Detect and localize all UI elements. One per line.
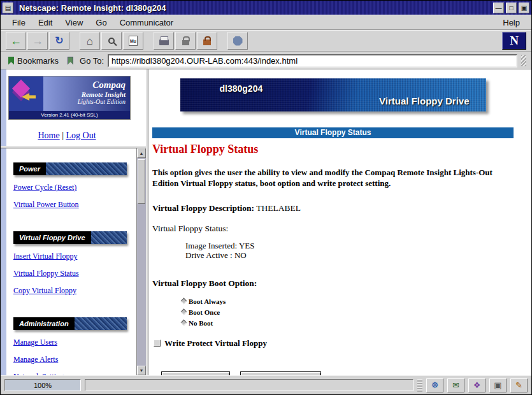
mynetscape-button[interactable] bbox=[123, 32, 143, 50]
menubar: File Edit View Go Communicator Help bbox=[1, 15, 531, 30]
submit-changes-button[interactable]: Submit Changes bbox=[161, 371, 230, 375]
reload-button[interactable]: ↻ bbox=[49, 32, 69, 50]
mailbox-icon: ✉ bbox=[452, 380, 459, 390]
nav-section-virtual-floppy: Virtual Floppy Drive Insert Virtual Flop… bbox=[13, 231, 133, 296]
nav-link-copy-virtual-floppy[interactable]: Copy Virtual Floppy bbox=[13, 286, 76, 295]
navigation-toolbar: ← → ↻ ⌂ N bbox=[1, 30, 531, 52]
composer-component-button[interactable]: ✎ bbox=[510, 378, 528, 392]
shop-button[interactable] bbox=[197, 32, 217, 50]
menu-communicator[interactable]: Communicator bbox=[113, 16, 180, 29]
menu-edit[interactable]: Edit bbox=[32, 16, 59, 29]
radio-boot-once[interactable] bbox=[181, 309, 187, 315]
mailbox-component-button[interactable]: ✉ bbox=[447, 378, 464, 392]
netscape-window: ▤ Netscape: Remote Insight: dl380g204 — … bbox=[0, 0, 532, 395]
shop-icon bbox=[203, 40, 211, 45]
menu-file[interactable]: File bbox=[6, 16, 32, 29]
url-input[interactable] bbox=[108, 54, 517, 68]
navigator-icon: ☸ bbox=[431, 380, 439, 390]
print-button[interactable] bbox=[154, 32, 174, 50]
reload-icon: ↻ bbox=[55, 36, 63, 46]
logo-line2: Lights-Out Edition bbox=[43, 98, 126, 105]
close-button[interactable]: ▣ bbox=[519, 3, 529, 13]
session-links: Home | Log Out bbox=[1, 131, 133, 141]
titlebar: ▤ Netscape: Remote Insight: dl380g204 — … bbox=[1, 1, 531, 15]
section-bar: Virtual Floppy Status bbox=[152, 127, 514, 138]
banner-server-name: dl380g204 bbox=[220, 83, 263, 94]
bookmarks-label: Bookmarks bbox=[17, 56, 59, 66]
home-icon: ⌂ bbox=[87, 36, 93, 47]
goto-label: Go To: bbox=[80, 56, 104, 66]
status-message-area bbox=[85, 379, 413, 391]
home-link[interactable]: Home bbox=[38, 131, 59, 140]
forward-button[interactable]: → bbox=[27, 32, 48, 50]
discussions-component-button[interactable]: ❖ bbox=[468, 378, 485, 392]
navigator-component-button[interactable]: ☸ bbox=[426, 378, 443, 392]
close-icon: ▣ bbox=[521, 4, 527, 11]
component-bar-grip[interactable] bbox=[417, 379, 422, 392]
scroll-thumb[interactable] bbox=[138, 159, 145, 204]
nav-header-administration: Administration bbox=[13, 317, 127, 330]
maximize-button[interactable]: □ bbox=[506, 3, 517, 13]
floppy-description-label: Virtual Floppy Description: bbox=[152, 203, 254, 213]
search-button[interactable] bbox=[101, 32, 122, 50]
stop-button[interactable] bbox=[227, 32, 248, 50]
nav-header-power: Power bbox=[13, 162, 127, 175]
menu-go[interactable]: Go bbox=[89, 16, 113, 29]
riloe-logo-text: Compaq Remote Insight Lights-Out Edition bbox=[43, 76, 130, 111]
security-button[interactable] bbox=[175, 32, 196, 50]
logout-link[interactable]: Log Out bbox=[66, 131, 96, 140]
nav-header-texture bbox=[46, 162, 127, 175]
banner-page-title: Virtual Floppy Drive bbox=[379, 96, 469, 106]
link-separator: | bbox=[62, 131, 64, 140]
scroll-up-button[interactable]: ▲ bbox=[137, 148, 146, 158]
page-heading: Virtual Floppy Status bbox=[152, 143, 514, 156]
scroll-up-icon: ▲ bbox=[140, 151, 144, 155]
nav-link-manage-alerts[interactable]: Manage Alerts bbox=[13, 355, 58, 364]
radio-label-boot-always: Boot Always bbox=[189, 298, 226, 305]
boot-option-label: Virtual Floppy Boot Option: bbox=[152, 278, 514, 289]
window-menu-icon: ▤ bbox=[5, 4, 11, 11]
locationbar-grip bbox=[521, 55, 526, 66]
frame-nav: Power Power Cycle (Reset) Virtual Power … bbox=[1, 148, 146, 375]
nav-link-power-cycle[interactable]: Power Cycle (Reset) bbox=[13, 183, 76, 192]
scroll-track[interactable] bbox=[137, 158, 146, 366]
riloe-logo-art-icon bbox=[9, 76, 43, 111]
eject-virtual-floppy-button[interactable]: Eject Virtual Floppy bbox=[240, 371, 322, 375]
bookmarks-button[interactable]: Bookmarks bbox=[6, 55, 61, 67]
nav-header-administration-label: Administration bbox=[13, 317, 75, 330]
addressbook-component-button[interactable]: ▣ bbox=[489, 378, 507, 392]
minimize-icon: — bbox=[496, 4, 502, 11]
statusbar: 100% ☸ ✉ ❖ ▣ ✎ bbox=[1, 375, 531, 394]
location-bar: Bookmarks Go To: bbox=[1, 52, 531, 69]
netscape-throbber[interactable]: N bbox=[502, 32, 526, 50]
frameset: Compaq Remote Insight Lights-Out Edition… bbox=[1, 69, 531, 375]
page-proxy-icon[interactable] bbox=[68, 57, 73, 65]
menu-help[interactable]: Help bbox=[496, 16, 526, 29]
nav-section-administration: Administration Manage Users Manage Alert… bbox=[13, 317, 133, 375]
nav-scrollbar[interactable]: ▲ ▼ bbox=[136, 148, 146, 375]
home-button[interactable]: ⌂ bbox=[80, 32, 100, 50]
floppy-status-values: Image Inserted: YES Drive Active : NO bbox=[185, 241, 514, 261]
nav-header-virtual-floppy: Virtual Floppy Drive bbox=[13, 231, 127, 244]
nav-link-virtual-floppy-status[interactable]: Virtual Floppy Status bbox=[13, 269, 79, 278]
nav-link-manage-users[interactable]: Manage Users bbox=[13, 338, 57, 347]
nav-header-texture bbox=[91, 231, 127, 244]
page-banner: dl380g204 Virtual Floppy Drive bbox=[180, 78, 486, 111]
nav-link-insert-virtual-floppy[interactable]: Insert Virtual Floppy bbox=[13, 252, 77, 261]
floppy-status-label: Virtual Floppy Status: bbox=[152, 224, 514, 234]
nav-link-network-settings[interactable]: Network Settings bbox=[13, 372, 67, 375]
back-button[interactable]: ← bbox=[6, 32, 26, 50]
addressbook-icon: ▣ bbox=[494, 380, 501, 390]
nav-link-virtual-power-button[interactable]: Virtual Power Button bbox=[13, 200, 79, 209]
minimize-button[interactable]: — bbox=[493, 3, 504, 13]
window-menu-button[interactable]: ▤ bbox=[3, 3, 13, 13]
radio-no-boot[interactable] bbox=[181, 320, 187, 326]
menu-view[interactable]: View bbox=[59, 16, 89, 29]
scroll-down-button[interactable]: ▼ bbox=[137, 366, 146, 375]
stop-icon bbox=[233, 36, 243, 46]
print-icon bbox=[159, 40, 169, 45]
radio-boot-always[interactable] bbox=[181, 298, 187, 305]
progress-text: 100% bbox=[34, 382, 52, 389]
nav-header-virtual-floppy-label: Virtual Floppy Drive bbox=[13, 231, 91, 244]
write-protect-checkbox[interactable] bbox=[154, 340, 161, 347]
